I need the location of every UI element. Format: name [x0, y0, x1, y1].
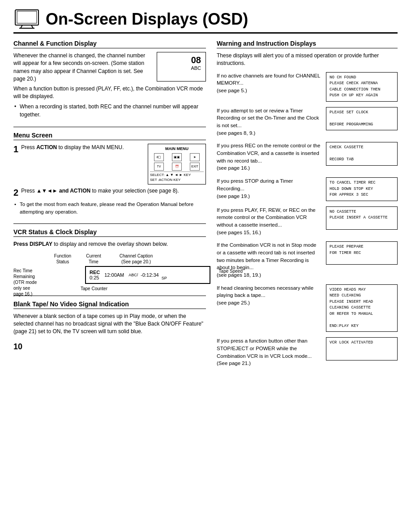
- main-content: Channel & Function Display 08 ABC Whenev…: [13, 40, 398, 373]
- tv-icon: [13, 9, 40, 30]
- step2-content: Press ▲▼◄► and ACTION to make your selec…: [21, 187, 206, 195]
- warning-item-2: If you press REC on the remote control o…: [217, 142, 398, 172]
- main-menu-box: MAIN MENU d▢ ▣▣ ➤ TV ⏰ EXIT SELECT: ▲: [148, 144, 206, 184]
- blank-tape-body: Whenever a blank section of a tape comes…: [13, 313, 206, 336]
- channel-number: 08: [191, 55, 201, 65]
- func-status-label: FunctionStatus: [49, 253, 76, 265]
- warning-text-6: If head cleaning becomes necessary while…: [217, 284, 321, 307]
- warning-item-4: If you press PLAY, FF, REW, or REC on th…: [217, 206, 398, 236]
- warning-text-4: If you press PLAY, FF, REW, or REC on th…: [217, 206, 321, 236]
- warning-box-2: CHECK CASSETTERECORD TAB: [326, 142, 398, 166]
- svg-rect-1: [17, 11, 37, 23]
- warning-text-0: If no active channels are found for CHAN…: [217, 72, 321, 94]
- channel-body2: When a function button is pressed (PLAY,…: [13, 85, 206, 101]
- menu-nav-labels: SELECT: ▲ ▼ ◄ ► KEY SET :ACTION KEY: [150, 172, 204, 182]
- warning-title: Warning and Instruction Displays: [217, 40, 398, 48]
- step1-rest: to display the MAIN MENU.: [57, 144, 124, 150]
- warning-box-3: TO CANCEL TIMER RECHOLD DOWN STOP KEYFOR…: [326, 177, 398, 201]
- menu-icon-clock: ⏰: [172, 163, 182, 171]
- warning-box-6: VIDEO HEADS MAYNEED CLEANINGPLEASE INSER…: [326, 284, 398, 332]
- sp-label: SP: [162, 276, 167, 280]
- channel-function-title: Channel & Function Display: [13, 40, 206, 48]
- vcr-diagram: FunctionStatus CurrentTime Channel Capti…: [13, 253, 206, 291]
- warning-intro: These displays will alert you of a misse…: [217, 52, 398, 68]
- channel-sub: ABC: [191, 65, 201, 71]
- menu-sub-bullet: To get the most from each feature, pleas…: [13, 201, 206, 215]
- right-column: Warning and Instruction Displays These d…: [217, 40, 398, 373]
- svg-line-2: [21, 25, 22, 28]
- svg-line-3: [31, 25, 33, 28]
- vcr-status-body: Press DISPLAY to display and remove the …: [13, 240, 206, 248]
- page-header: On-Screen Displays (OSD): [13, 9, 398, 34]
- menu-step-2: 2 Press ▲▼◄► and ACTION to make your sel…: [13, 187, 206, 198]
- vcr-display-wrapper: Rec TimeRemaining(OTR modeonly seepage 1…: [49, 266, 210, 284]
- warning-text-1: If you attempt to set or review a Timer …: [217, 107, 321, 137]
- main-menu-title: MAIN MENU: [150, 146, 204, 152]
- page-title: On-Screen Displays (OSD): [46, 10, 248, 29]
- vcr-status-title: VCR Status & Clock Display: [13, 228, 206, 237]
- channel-display-box: 08 ABC: [157, 52, 206, 82]
- counter-display: -0:12:34: [141, 272, 158, 278]
- channel-caption-label: Channel Caption(See page 20.): [114, 253, 158, 265]
- rec-label: REC0:25: [90, 270, 100, 280]
- menu-icon-lang: ➤: [190, 153, 200, 161]
- warning-text-3: If you press STOP during a Timer Recordi…: [217, 177, 321, 200]
- time-display: 12:00AM: [104, 272, 124, 278]
- blank-tape-section: Blank Tape/ No Video Signal Indication W…: [13, 300, 206, 336]
- step1-label: Press: [21, 144, 36, 150]
- channel-function-section: Channel & Function Display 08 ABC Whenev…: [13, 40, 206, 119]
- divider-1: [13, 127, 206, 127]
- step1-content: MAIN MENU d▢ ▣▣ ➤ TV ⏰ EXIT SELECT: ▲: [21, 144, 206, 184]
- step1-num: 1: [13, 144, 18, 154]
- tape-speed-label: Tape Speed: [219, 269, 243, 274]
- menu-icon-vcr: ▣▣: [172, 153, 182, 161]
- tape-counter-label: Tape Counter: [49, 286, 139, 291]
- menu-icon-d: d▢: [154, 153, 164, 161]
- page-number: 10: [13, 342, 206, 352]
- warning-box-4: NO CASSETTEPLEASE INSERT A CASSETTE: [326, 206, 398, 230]
- menu-section: Menu Screen 1 MAIN MENU d▢ ▣▣ ➤ TV: [13, 132, 206, 215]
- svg-rect-0: [15, 10, 39, 25]
- warning-box-5: PLEASE PREPAREFOR TIMER REC: [326, 241, 398, 265]
- step2-rest: to make your selection (see page 8).: [90, 188, 179, 194]
- warning-item-7: If you press a function button other tha…: [217, 337, 398, 367]
- blank-tape-title: Blank Tape/ No Video Signal Indication: [13, 300, 206, 309]
- divider-2: [13, 223, 206, 224]
- menu-title: Menu Screen: [13, 132, 206, 140]
- warning-item-6: If head cleaning becomes necessary while…: [217, 284, 398, 332]
- warning-text-7: If you press a function button other tha…: [217, 337, 321, 367]
- current-time-label: CurrentTime: [78, 253, 109, 265]
- step2-num: 2: [13, 187, 18, 198]
- menu-icons-row-2: TV ⏰ EXIT: [150, 163, 204, 171]
- warning-text-2: If you press REC on the remote control o…: [217, 142, 321, 172]
- warning-box-0: NO CH FOUNDPLEASE CHECK ANTENNACABLE CON…: [326, 72, 398, 102]
- vcr-status-section: VCR Status & Clock Display Press DISPLAY…: [13, 228, 206, 291]
- warning-section: Warning and Instruction Displays These d…: [217, 40, 398, 367]
- warning-box-7: VCR LOCK ACTIVATED: [326, 337, 398, 360]
- step1-action: ACTION: [36, 144, 57, 150]
- warning-item-5: If the Combination VCR is not in Stop mo…: [217, 241, 398, 279]
- abc-label: ABC/: [128, 273, 138, 277]
- warning-item-3: If you press STOP during a Timer Recordi…: [217, 177, 398, 201]
- menu-icon-tv: TV: [154, 163, 164, 171]
- rec-time-label: Rec TimeRemaining(OTR modeonly seepage 1…: [13, 268, 47, 297]
- warning-item-0: If no active channels are found for CHAN…: [217, 72, 398, 102]
- step2-action: ▲▼◄► and ACTION: [36, 188, 90, 194]
- menu-icons-row-1: d▢ ▣▣ ➤: [150, 153, 204, 161]
- warning-item-1: If you attempt to set or review a Timer …: [217, 107, 398, 137]
- left-column: Channel & Function Display 08 ABC Whenev…: [13, 40, 206, 373]
- vcr-status-box: REC0:25 12:00AM ABC/ -0:12:34 SP: [85, 266, 210, 284]
- step2-label: Press: [21, 188, 36, 194]
- menu-icon-exit: EXIT: [190, 163, 200, 171]
- channel-bullet: When a recording is started, both REC an…: [13, 103, 206, 119]
- menu-step-1: 1 MAIN MENU d▢ ▣▣ ➤ TV ⏰ EXIT: [13, 144, 206, 184]
- warning-box-1: PLEASE SET CLOCKBEFORE PROGRAMMING: [326, 107, 398, 131]
